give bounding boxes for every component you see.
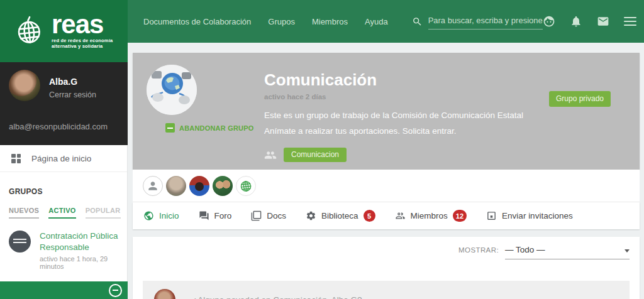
person-icon bbox=[147, 180, 159, 192]
tab-enviar-invitaciones[interactable]: Enviar invitaciones bbox=[486, 210, 573, 221]
user-name: Alba.G bbox=[49, 77, 77, 87]
logout-link[interactable]: Cerrar sesión bbox=[49, 90, 96, 99]
member-avatar[interactable] bbox=[236, 176, 256, 196]
tab-label: Foro bbox=[214, 211, 232, 220]
filter-select[interactable]: — Todo — bbox=[505, 245, 630, 259]
member-avatar[interactable] bbox=[189, 176, 209, 196]
members-preview-strip bbox=[133, 170, 640, 202]
brand-tagline-2: alternativa y solidaria bbox=[52, 43, 113, 49]
group-tag-row: Comunicacion bbox=[264, 148, 347, 162]
group-activity-status: activo hace 2 días bbox=[264, 93, 326, 101]
group-list-item[interactable]: Contratación Pública Responsable activo … bbox=[9, 231, 127, 270]
nav-links: Documentos de Colaboración Grupos Miembr… bbox=[143, 17, 388, 26]
group-avatar bbox=[9, 231, 31, 253]
dashboard-icon bbox=[11, 154, 21, 163]
top-navbar: Documentos de Colaboración Grupos Miembr… bbox=[128, 0, 644, 43]
search-input[interactable] bbox=[428, 13, 543, 30]
forum-icon bbox=[199, 210, 209, 221]
privacy-badge: Grupo privado bbox=[549, 91, 611, 107]
groups-header: GRUPOS bbox=[9, 187, 127, 196]
user-panel: Alba.G Cerrar sesión alba@resonpublicida… bbox=[0, 62, 128, 145]
group-activity: activo hace 1 hora, 29 minutos bbox=[40, 255, 127, 270]
face-icon[interactable] bbox=[543, 15, 555, 28]
people-icon bbox=[264, 149, 277, 161]
tab-inicio[interactable]: Inicio bbox=[143, 210, 179, 221]
group-title: Comunicación bbox=[264, 70, 377, 90]
search-bar bbox=[412, 13, 543, 30]
tab-label: Enviar invitaciones bbox=[502, 211, 573, 220]
group-description-line2: Anímate a realizar tus aportaciones. Sol… bbox=[264, 124, 523, 139]
group-tabs: Inicio Foro Docs Biblioteca 5 Miembros 1… bbox=[133, 202, 640, 229]
minus-icon bbox=[165, 123, 175, 133]
leave-group-button[interactable]: ABANDONAR GRUPO bbox=[165, 123, 254, 133]
brand-text: reas red de redes de economía alternativ… bbox=[52, 13, 113, 50]
globe-icon bbox=[13, 14, 45, 49]
navbar-icons bbox=[543, 15, 636, 28]
tab-docs[interactable]: Docs bbox=[251, 210, 286, 221]
nav-link-miembros[interactable]: Miembros bbox=[312, 17, 348, 26]
feed-card: MOSTRAR: — Todo — ¿Alguna novedad en Com… bbox=[133, 237, 640, 299]
leave-group-label: ABANDONAR GRUPO bbox=[179, 124, 254, 132]
tab-label: Biblioteca bbox=[321, 211, 358, 220]
member-avatar[interactable] bbox=[213, 176, 233, 196]
tab-label: Docs bbox=[267, 211, 286, 220]
group-name[interactable]: Contratación Pública Responsable bbox=[40, 231, 127, 253]
groups-filter-tabs: NUEVOS ACTIVO POPULAR bbox=[9, 207, 127, 219]
mail-icon[interactable] bbox=[597, 15, 609, 28]
tab-label: Inicio bbox=[159, 211, 179, 220]
user-avatar[interactable] bbox=[9, 70, 40, 101]
group-banner-avatar[interactable] bbox=[147, 65, 197, 115]
nav-link-grupos[interactable]: Grupos bbox=[268, 17, 295, 26]
tab-popular[interactable]: POPULAR bbox=[86, 207, 121, 219]
docs-copy-icon bbox=[251, 210, 262, 221]
chevron-down-icon bbox=[625, 249, 630, 253]
member-avatar[interactable] bbox=[166, 176, 186, 196]
user-email: alba@resonpublicidad.com bbox=[9, 122, 108, 131]
nav-link-ayuda[interactable]: Ayuda bbox=[365, 17, 388, 26]
tab-biblioteca[interactable]: Biblioteca 5 bbox=[306, 210, 375, 222]
group-header-banner: ABANDONAR GRUPO Comunicación activo hace… bbox=[133, 53, 640, 170]
sidebar: Página de inicio GRUPOS NUEVOS ACTIVO PO… bbox=[0, 145, 128, 299]
group-description: Este es un grupo de trabajo de la Comisi… bbox=[264, 108, 523, 139]
filter-selected-value: — Todo — bbox=[505, 245, 545, 254]
invitations-icon bbox=[486, 210, 497, 221]
home-label: Página de inicio bbox=[31, 154, 91, 163]
sidebar-item-home[interactable]: Página de inicio bbox=[0, 145, 127, 172]
member-avatar[interactable] bbox=[143, 176, 163, 196]
biblioteca-count-badge: 5 bbox=[364, 210, 375, 222]
feed-filter-row: MOSTRAR: — Todo — bbox=[458, 245, 630, 259]
gear-icon bbox=[306, 210, 316, 221]
search-icon bbox=[412, 16, 423, 27]
post-composer[interactable]: ¿Alguna novedad en Comunicación, Alba.G? bbox=[143, 281, 630, 299]
brand-logo[interactable]: reas red de redes de economía alternativ… bbox=[0, 0, 128, 62]
members-icon bbox=[395, 210, 406, 221]
composer-avatar bbox=[154, 289, 175, 299]
group-tag-chip[interactable]: Comunicacion bbox=[284, 148, 347, 162]
bell-icon[interactable] bbox=[570, 15, 582, 28]
app-window: Documentos de Colaboración Grupos Miembr… bbox=[0, 0, 644, 299]
tab-foro[interactable]: Foro bbox=[199, 210, 232, 221]
brand-tagline-1: red de redes de economía bbox=[52, 38, 113, 43]
miembros-count-badge: 12 bbox=[453, 210, 467, 222]
tab-nuevos[interactable]: NUEVOS bbox=[9, 207, 39, 219]
composer-placeholder: ¿Alguna novedad en Comunicación, Alba.G? bbox=[192, 295, 362, 299]
tab-label: Miembros bbox=[411, 211, 448, 220]
minimize-icon[interactable] bbox=[109, 284, 122, 297]
nav-link-documentos[interactable]: Documentos de Colaboración bbox=[143, 17, 251, 26]
group-description-line1: Este es un grupo de trabajo de la Comisi… bbox=[264, 108, 523, 124]
tab-miembros[interactable]: Miembros 12 bbox=[395, 210, 467, 222]
bottom-widget-bar bbox=[0, 281, 128, 299]
home-world-icon bbox=[143, 210, 154, 221]
menu-icon[interactable] bbox=[624, 17, 636, 26]
filter-label: MOSTRAR: bbox=[458, 245, 499, 254]
brand-name: reas bbox=[52, 13, 113, 36]
tab-activo[interactable]: ACTIVO bbox=[48, 207, 75, 219]
